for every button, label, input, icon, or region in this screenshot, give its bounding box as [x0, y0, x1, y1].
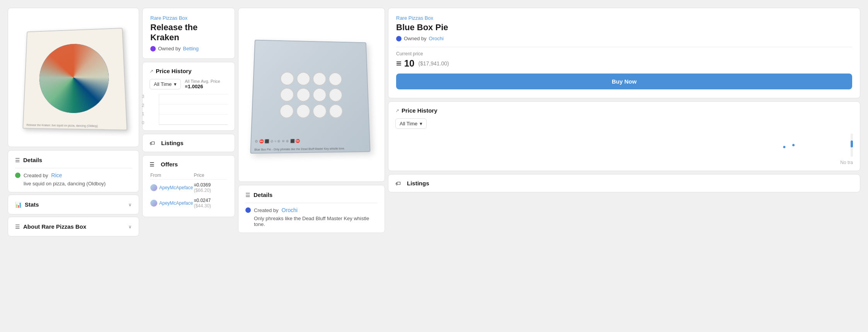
left-filter-row: All Time ▾ All Time Avg. Price ≡1.0026: [150, 79, 228, 89]
left-offers-card: ☰ Offers From Price ApeyMcApeface: [142, 155, 235, 217]
details-card: ☰ Details Created by Rice live squid on …: [8, 150, 139, 192]
right-image-area: Blue Box Pie - Only phreaks like the Dea…: [238, 8, 385, 324]
right-chart-area: No tra: [395, 133, 853, 165]
stats-title: Stats: [25, 201, 39, 208]
grid-btn-6: [296, 88, 310, 102]
offer-from-1: ApeyMcApeface: [150, 184, 193, 191]
right-details-title: Details: [254, 192, 272, 198]
pizza-art-circle: [38, 43, 110, 113]
grid-btn-2: [296, 72, 310, 86]
scrollbar-thumb[interactable]: [851, 140, 853, 147]
details-title: Details: [23, 157, 42, 163]
right-price-history-header: ↗ Price History: [395, 107, 853, 114]
offer-user-1[interactable]: ApeyMcApeface: [159, 185, 193, 190]
price-usd: ($17,941.00): [418, 60, 449, 67]
about-card: ☰ About Rare Pizzas Box ∨: [8, 217, 139, 236]
chart-y-labels: 3 2 1 0: [142, 94, 144, 125]
right-trend-icon: ↗: [395, 108, 399, 113]
offers-col-price: Price: [194, 171, 227, 180]
list-icon: ☰: [15, 157, 20, 163]
left-time-filter[interactable]: All Time ▾: [150, 79, 181, 89]
right-owned-row: Owned by Orochi: [396, 36, 852, 41]
right-creator-link[interactable]: Orochi: [282, 207, 298, 213]
listings-tag-icon: 🏷: [150, 140, 155, 146]
right-chart-scrollarea: [395, 133, 853, 157]
about-title: About Rare Pizzas Box: [23, 223, 86, 230]
offers-col-from: From: [150, 171, 193, 180]
left-owner-link[interactable]: Betting: [183, 46, 199, 51]
middle-nft-panel: Rare Pizzas Box Release the Kraken Owned…: [142, 8, 235, 324]
price-chart: [159, 94, 228, 125]
left-offers-title: Offers: [161, 161, 178, 168]
right-nft-image-card: Blue Box Pie - Only phreaks like the Dea…: [238, 8, 385, 182]
left-listings-card: 🏷 Listings: [142, 134, 235, 152]
left-price-history-title: Price History: [156, 68, 192, 74]
icon-row: ⚙ ⛔ ⬛ ⊘ ≈ ⊛ ≋ ⊕ ⬛ ⛔: [255, 139, 300, 144]
dropdown-arrow: ▾: [174, 81, 177, 87]
right-list-icon: ☰: [245, 192, 250, 198]
right-time-filter[interactable]: All Time ▾: [395, 118, 427, 129]
pizza-caption: Release the Kraken: live squid on pizza,…: [26, 123, 98, 127]
right-price-chart-svg: [395, 133, 853, 157]
buy-now-button[interactable]: Buy Now: [396, 74, 852, 89]
scrollbar-track: [851, 133, 853, 157]
current-price-label: Current price: [396, 51, 852, 56]
stats-icon: 📊: [15, 202, 22, 208]
about-section-header[interactable]: ☰ About Rare Pizzas Box ∨: [15, 222, 132, 231]
details-section-header: ☰ Details: [15, 156, 132, 164]
grid-line-2: [159, 104, 228, 104]
right-details-card: ☰ Details Created by Orochi Only phreaks…: [238, 185, 385, 233]
right-creator-row: Created by Orochi: [245, 207, 378, 213]
right-collection-label[interactable]: Rare Pizzas Box: [396, 15, 852, 21]
left-owner-avatar: [150, 46, 156, 51]
nft-description: live squid on pizza, dancing (Oldboy): [15, 181, 132, 187]
left-collection-label[interactable]: Rare Pizzas Box: [150, 15, 227, 21]
left-nft-header-card: Rare Pizzas Box Release the Kraken Owned…: [142, 8, 235, 59]
about-chevron: ∨: [128, 224, 132, 229]
grid-btn-12: [329, 104, 343, 118]
creator-link[interactable]: Rice: [51, 172, 62, 178]
offer-row-1: ApeyMcApeface ≡0.0369 ($66.20): [150, 180, 227, 195]
button-grid: [275, 68, 347, 122]
created-by-label: Created by: [24, 173, 48, 178]
chart-container: 3 2 1 0: [150, 94, 228, 125]
right-filter-row: All Time ▾: [395, 118, 853, 129]
stats-section-header[interactable]: 📊 Stats ∨: [15, 200, 132, 209]
grid-btn-4: [328, 72, 342, 86]
svg-point-1: [792, 144, 795, 146]
left-price-history-card: ↗ Price History All Time ▾ All Time Avg.…: [142, 62, 235, 131]
grid-btn-3: [313, 72, 327, 86]
right-price-history-title: Price History: [402, 107, 437, 114]
avg-price-value: ≡1.0026: [185, 84, 220, 89]
offer-avatar-1: [150, 184, 157, 191]
no-trades-text: No tra: [395, 160, 853, 165]
right-created-by-label: Created by: [254, 207, 279, 213]
stats-card: 📊 Stats ∨: [8, 195, 139, 214]
right-info-panel: Rare Pizzas Box Blue Box Pie Owned by Or…: [388, 8, 860, 324]
grid-line-1: [159, 114, 228, 115]
left-owned-by-label: Owned by: [158, 46, 181, 51]
right-owner-link[interactable]: Orochi: [429, 36, 444, 41]
offer-avatar-2: [150, 200, 157, 207]
offers-icon: ☰: [150, 161, 155, 168]
right-creator-avatar: [245, 207, 251, 213]
grid-btn-5: [280, 88, 294, 102]
about-icon: ☰: [15, 224, 20, 230]
left-nft-title: Release the Kraken: [150, 22, 227, 43]
offer-row-2: ApeyMcApeface ≡0.0247 ($44.30): [150, 196, 227, 210]
right-details-header: ☰ Details: [245, 191, 378, 199]
right-dropdown-arrow: ▾: [420, 121, 422, 127]
price-row: ≡ 10 ($17,941.00): [396, 58, 852, 69]
right-price-history-card: ↗ Price History All Time ▾: [388, 101, 860, 171]
right-owner-avatar: [396, 36, 402, 41]
blue-box-caption: Blue Box Pie - Only phreaks like the Dea…: [254, 147, 345, 151]
grid-line-0: [159, 124, 228, 125]
right-owned-by-label: Owned by: [404, 36, 427, 41]
grid-btn-10: [296, 104, 310, 118]
creator-row: Created by Rice: [15, 172, 132, 178]
offer-user-2[interactable]: ApeyMcApeface: [159, 200, 193, 206]
trend-up-icon: ↗: [150, 68, 153, 74]
left-listings-title: Listings: [161, 140, 184, 146]
creator-avatar: [15, 173, 20, 178]
avg-price-label: All Time Avg. Price: [185, 79, 220, 84]
